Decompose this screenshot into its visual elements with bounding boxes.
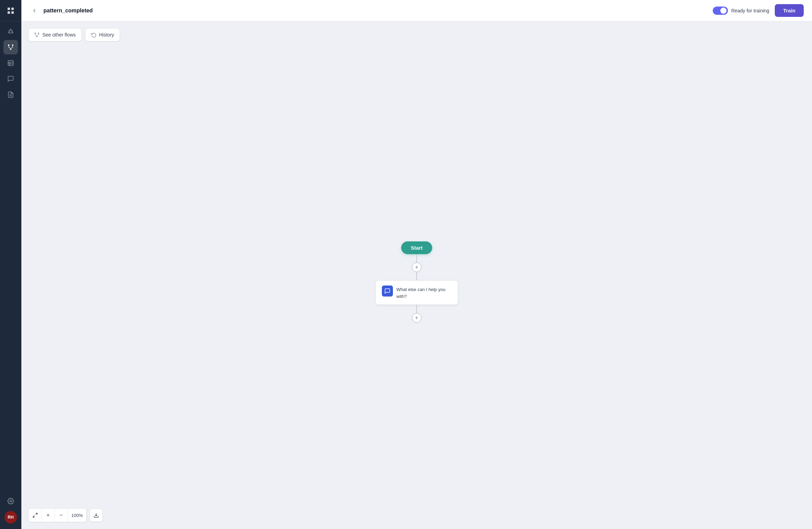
start-node[interactable]: Start [401, 241, 432, 254]
zoom-value: 100% [68, 509, 87, 522]
sidebar: RH [0, 0, 21, 529]
svg-rect-1 [11, 8, 14, 10]
svg-rect-2 [8, 11, 10, 14]
svg-point-8 [8, 44, 9, 46]
svg-rect-0 [8, 8, 10, 10]
flows-icon [7, 44, 14, 51]
svg-line-22 [33, 516, 35, 517]
header: pattern_completed Ready for training Tra… [21, 0, 812, 21]
zoom-in-button[interactable]: + [42, 509, 55, 522]
download-button[interactable] [90, 509, 103, 522]
message-node[interactable]: What else can I help you with? [375, 280, 458, 305]
connector-1: + [412, 254, 422, 280]
flow-canvas: Start + What else can I help you with? [21, 21, 812, 529]
connector-line-1 [416, 254, 417, 262]
sidebar-item-settings[interactable] [3, 494, 18, 508]
sidebar-item-chat[interactable] [3, 72, 18, 86]
logo [0, 0, 21, 21]
svg-line-21 [35, 513, 37, 515]
canvas-area: See other flows History Start + [21, 21, 812, 529]
sidebar-item-file[interactable] [3, 87, 18, 102]
flow-content: Start + What else can I help you with? [375, 241, 458, 323]
add-node-button-2[interactable]: + [412, 313, 422, 323]
see-other-flows-icon [34, 32, 40, 38]
zoom-controls: + − 100% [28, 508, 87, 522]
table-icon [7, 60, 14, 66]
train-button[interactable]: Train [775, 4, 804, 17]
sidebar-item-bot[interactable] [3, 24, 18, 39]
svg-point-19 [38, 33, 39, 34]
file-icon [7, 91, 14, 98]
zoom-toolbar: + − 100% [28, 508, 103, 522]
settings-icon [7, 498, 14, 505]
svg-point-20 [36, 36, 37, 37]
add-node-button-1[interactable]: + [412, 262, 422, 272]
ready-for-training-toggle[interactable] [713, 7, 728, 15]
svg-point-6 [11, 31, 12, 32]
svg-point-9 [12, 44, 13, 46]
zoom-out-button[interactable]: − [55, 509, 68, 522]
sidebar-bottom: RH [3, 494, 18, 529]
message-icon [384, 288, 390, 294]
download-icon [93, 512, 99, 518]
training-toggle-wrapper: Ready for training [713, 7, 770, 15]
connector-line-2 [416, 272, 417, 280]
svg-point-5 [10, 31, 10, 32]
history-icon [91, 32, 97, 38]
svg-rect-3 [11, 11, 14, 14]
svg-rect-11 [8, 61, 13, 66]
avatar[interactable]: RH [4, 511, 17, 523]
main: pattern_completed Ready for training Tra… [21, 0, 812, 529]
sidebar-item-table[interactable] [3, 56, 18, 70]
back-icon [31, 8, 38, 14]
chat-icon [7, 75, 14, 82]
history-label: History [99, 32, 114, 38]
svg-point-17 [10, 500, 12, 502]
connector-2: + [412, 305, 422, 323]
see-other-flows-label: See other flows [42, 32, 76, 38]
svg-point-10 [10, 49, 11, 50]
sidebar-item-flows[interactable] [3, 40, 18, 54]
connector-line-3 [416, 305, 417, 313]
message-node-text: What else can I help you with? [396, 286, 451, 300]
page-title: pattern_completed [43, 8, 709, 14]
svg-point-18 [35, 33, 36, 34]
header-right: Ready for training Train [713, 4, 804, 17]
fit-to-screen-button[interactable] [29, 509, 42, 522]
bot-icon [7, 28, 14, 35]
see-other-flows-button[interactable]: See other flows [28, 28, 82, 41]
back-button[interactable] [30, 6, 39, 15]
svg-point-7 [10, 29, 11, 29]
toolbar-top: See other flows History [28, 28, 120, 41]
history-button[interactable]: History [85, 28, 120, 41]
fit-screen-icon [32, 512, 38, 518]
message-node-icon [382, 286, 393, 297]
logo-icon [7, 7, 15, 15]
sidebar-nav [3, 21, 18, 494]
toggle-label: Ready for training [731, 8, 770, 13]
